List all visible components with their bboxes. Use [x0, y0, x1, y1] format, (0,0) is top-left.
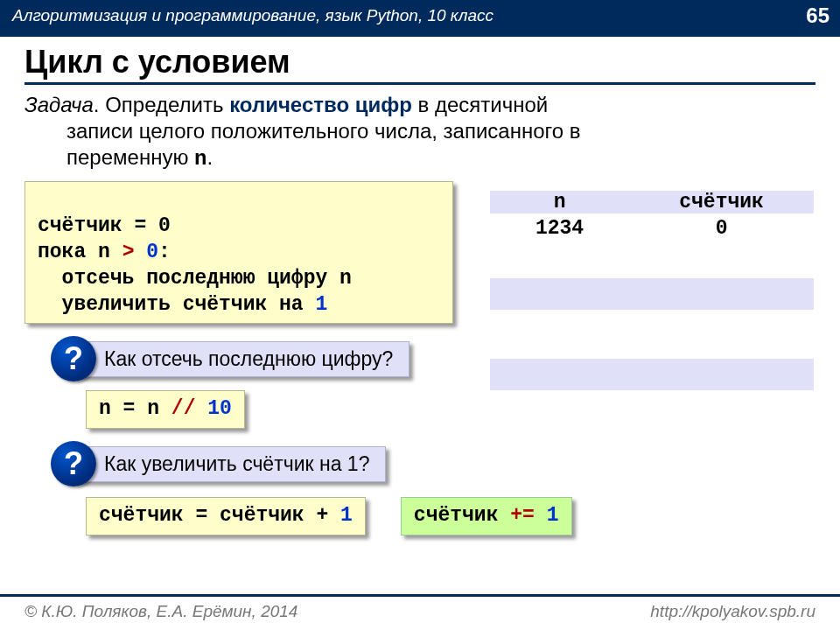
- page-title: Цикл с условием: [0, 37, 840, 82]
- task-text: Задача. Определить количество цифр в дес…: [0, 90, 840, 181]
- footer-url: http://kpolyakov.spb.ru: [650, 602, 816, 621]
- task-bold: количество цифр: [229, 93, 412, 116]
- th-n: n: [490, 191, 629, 214]
- table-row: 1234 0: [490, 214, 814, 240]
- course-title: Алгоритмизация и программирование, язык …: [12, 6, 494, 25]
- copyright: © К.Ю. Поляков, Е.А. Ерёмин, 2014: [24, 602, 298, 621]
- question-icon: ?: [51, 441, 96, 486]
- question-box-2: Как увеличить счётчик на 1?: [74, 446, 386, 482]
- question-box-1: Как отсечь последнюю цифру?: [74, 341, 410, 377]
- header-bar: Алгоритмизация и программирование, язык …: [0, 0, 840, 37]
- trace-table: n счётчик 1234 0: [490, 191, 814, 390]
- title-divider: [24, 82, 816, 85]
- task-label: Задача: [24, 93, 94, 116]
- footer-bar: © К.Ю. Поляков, Е.А. Ерёмин, 2014 http:/…: [0, 594, 840, 630]
- code-increment-short: счётчик += 1: [401, 497, 572, 536]
- page-number: 65: [806, 4, 830, 28]
- pseudocode-box: счётчик = 0 пока n > 0: отсечь последнюю…: [24, 181, 453, 324]
- var-n: n: [194, 147, 206, 171]
- code-cut-digit: n = n // 10: [86, 390, 245, 429]
- table-blank-row: [490, 359, 814, 390]
- th-counter: счётчик: [629, 191, 814, 214]
- table-blank-row: [490, 278, 814, 310]
- code-increment-long: счётчик = счётчик + 1: [86, 497, 366, 536]
